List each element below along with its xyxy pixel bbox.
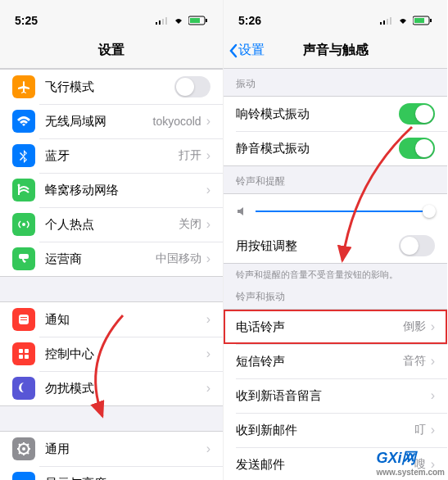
- status-icons: [380, 16, 432, 25]
- svg-point-17: [22, 447, 25, 451]
- chevron-right-icon: ›: [431, 388, 435, 403]
- settings-row[interactable]: 勿扰模式›: [0, 371, 223, 405]
- back-button[interactable]: 设置: [229, 42, 265, 59]
- row-label: 用按钮调整: [236, 238, 399, 254]
- notify-icon: [12, 308, 35, 331]
- settings-row[interactable]: 通用›: [0, 432, 223, 466]
- row-label: 短信铃声: [236, 354, 403, 369]
- settings-group: 通用›AA显示与亮度›墙纸›声音与触感›Siri 与搜索›: [0, 431, 223, 480]
- svg-rect-33: [430, 19, 432, 22]
- settings-row[interactable]: 电话铃声倒影›: [224, 310, 447, 344]
- svg-rect-14: [19, 355, 23, 359]
- toggle[interactable]: [174, 76, 210, 97]
- settings-row[interactable]: 静音模式振动: [224, 131, 447, 165]
- cellular-icon: [12, 179, 35, 202]
- svg-rect-10: [20, 317, 27, 318]
- display-icon: AA: [12, 472, 35, 480]
- row-label: 通知: [45, 312, 206, 328]
- row-label: 蓝牙: [45, 148, 179, 164]
- wifi-status-icon: [396, 16, 410, 25]
- row-label: 无线局域网: [45, 114, 153, 129]
- row-detail: 打开: [179, 148, 201, 163]
- row-label: 电话铃声: [236, 319, 403, 335]
- svg-rect-13: [25, 349, 29, 353]
- svg-rect-5: [190, 18, 200, 23]
- settings-row[interactable]: 通知›: [0, 302, 223, 337]
- settings-row[interactable]: 蜂窝移动网络›: [0, 173, 223, 207]
- settings-row[interactable]: 飞行模式: [0, 70, 223, 104]
- settings-row[interactable]: 控制中心›: [0, 337, 223, 371]
- signal-icon: [156, 16, 169, 25]
- page-title: 声音与触感: [303, 42, 369, 59]
- status-time: 5:25: [15, 14, 38, 27]
- chevron-right-icon: ›: [431, 319, 435, 334]
- battery-icon: [413, 16, 432, 25]
- battery-icon: [188, 16, 208, 25]
- settings-row[interactable]: 短信铃声音符›: [224, 344, 447, 378]
- svg-rect-2: [162, 19, 164, 25]
- settings-row[interactable]: 运营商中国移动›: [0, 242, 223, 276]
- chevron-right-icon: ›: [206, 442, 210, 456]
- row-label: 运营商: [45, 251, 156, 267]
- section-note: 铃声和提醒的音量不受音量按钮的影响。: [224, 264, 447, 288]
- svg-point-7: [18, 184, 20, 187]
- section-header-vibrate: 振动: [224, 69, 447, 96]
- row-label: 勿扰模式: [45, 381, 206, 396]
- wifi-icon: [12, 110, 35, 133]
- section-header-sound: 铃声和振动: [224, 288, 447, 309]
- svg-rect-3: [165, 17, 167, 25]
- svg-rect-1: [159, 20, 161, 25]
- control-icon: [12, 342, 35, 365]
- row-detail: 关闭: [179, 217, 201, 232]
- svg-rect-27: [380, 22, 382, 25]
- svg-point-8: [22, 223, 25, 226]
- row-label: 静音模式振动: [236, 141, 399, 156]
- status-bar: 5:25: [0, 0, 223, 33]
- row-detail: 中国移动: [156, 251, 201, 266]
- chevron-right-icon: ›: [206, 346, 210, 361]
- chevron-right-icon: ›: [206, 251, 210, 266]
- signal-icon: [380, 16, 393, 25]
- settings-row[interactable]: 蓝牙打开›: [0, 138, 223, 173]
- row-label: 收到新邮件: [236, 423, 414, 438]
- svg-rect-30: [390, 17, 391, 25]
- back-label: 设置: [238, 42, 265, 59]
- phone-left: 5:25 设置 飞行模式无线局域网tokyocold›蓝牙打开›蜂窝移动网络›个…: [0, 0, 224, 480]
- settings-row[interactable]: AA显示与亮度›: [0, 466, 223, 480]
- svg-rect-12: [19, 349, 23, 353]
- row-detail: 叮: [414, 423, 426, 437]
- chevron-right-icon: ›: [206, 148, 210, 163]
- row-label: 显示与亮度: [45, 476, 206, 481]
- settings-row[interactable]: 个人热点关闭›: [0, 207, 223, 242]
- volume-slider[interactable]: [224, 194, 447, 229]
- hotspot-icon: [12, 213, 35, 236]
- carrier-icon: [12, 247, 35, 270]
- settings-row[interactable]: 无线局域网tokyocold›: [0, 104, 223, 138]
- navbar: 设置: [0, 33, 223, 69]
- chevron-right-icon: ›: [206, 183, 210, 197]
- speaker-icon: [236, 206, 247, 217]
- general-icon: [12, 437, 35, 460]
- chevron-right-icon: ›: [431, 423, 435, 437]
- svg-rect-6: [206, 19, 207, 22]
- settings-row[interactable]: 收到新语音留言›: [224, 378, 447, 413]
- chevron-right-icon: ›: [206, 217, 210, 232]
- settings-row[interactable]: 响铃模式振动: [224, 97, 447, 131]
- setting-row-buttons[interactable]: 用按钮调整: [224, 229, 447, 263]
- settings-row[interactable]: 收到新邮件叮›: [224, 413, 447, 447]
- row-label: 个人热点: [45, 217, 179, 233]
- toggle[interactable]: [399, 103, 435, 125]
- wifi-status-icon: [172, 16, 185, 25]
- airplane-icon: [12, 75, 35, 98]
- settings-group: 通知›控制中心›勿扰模式›: [0, 301, 223, 406]
- toggle[interactable]: [399, 235, 435, 256]
- svg-rect-28: [383, 20, 385, 25]
- row-label: 飞行模式: [45, 79, 174, 95]
- row-label: 通用: [45, 442, 206, 457]
- settings-group: 飞行模式无线局域网tokyocold›蓝牙打开›蜂窝移动网络›个人热点关闭›运营…: [0, 69, 223, 277]
- row-label: 收到新语音留言: [236, 388, 431, 404]
- row-label: 控制中心: [45, 346, 206, 362]
- section-header-ringer: 铃声和提醒: [224, 166, 447, 193]
- svg-rect-32: [414, 18, 424, 23]
- toggle[interactable]: [399, 138, 435, 159]
